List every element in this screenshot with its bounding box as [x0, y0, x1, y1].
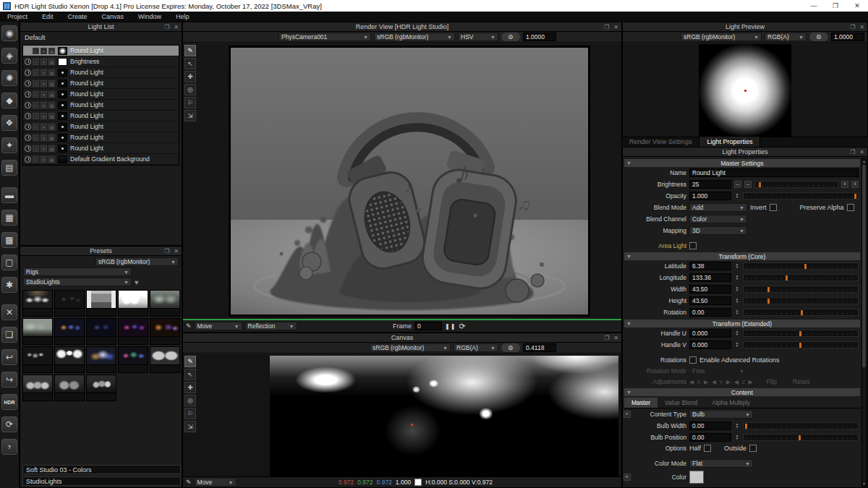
- bulb-width-field[interactable]: 0.00: [689, 421, 731, 430]
- preset-cell[interactable]: [150, 346, 181, 373]
- preset-thumb-5[interactable]: [150, 290, 180, 309]
- color-picker-icon[interactable]: ❂: [501, 33, 520, 41]
- light-list-row[interactable]: ▪➤▦Round Light: [23, 100, 179, 111]
- select-button[interactable]: ➤: [41, 48, 47, 54]
- select-button[interactable]: ➤: [41, 113, 47, 119]
- bulb-width-slider[interactable]: [743, 422, 859, 429]
- preset-cell[interactable]: [118, 318, 149, 345]
- preview-channel-dropdown[interactable]: RGB(A)▼: [765, 33, 807, 41]
- preset-cell[interactable]: [22, 346, 54, 373]
- brightness-increase-button[interactable]: +: [841, 181, 848, 188]
- spinner-icon[interactable]: ▲▼: [734, 193, 740, 199]
- preset-thumb-14[interactable]: [118, 346, 148, 365]
- power-toggle-icon[interactable]: [25, 48, 31, 54]
- color-swatch[interactable]: [689, 471, 704, 484]
- menu-edit[interactable]: Edit: [35, 13, 61, 20]
- close-panel-icon[interactable]: ✕: [859, 149, 864, 155]
- width-field[interactable]: 43.50: [689, 285, 731, 294]
- lock-button[interactable]: ▦: [48, 48, 55, 54]
- power-toggle-icon[interactable]: [25, 145, 31, 152]
- invert-checkbox[interactable]: [770, 204, 777, 211]
- selected-light-marker[interactable]: [411, 424, 413, 426]
- refresh-icon[interactable]: ⟳: [459, 322, 465, 331]
- name-field[interactable]: Round Light: [689, 168, 859, 177]
- region-tool[interactable]: ⚐: [184, 408, 196, 419]
- hdr-button[interactable]: HDR: [1, 394, 17, 410]
- opacity-slider[interactable]: [743, 192, 859, 200]
- solo-button[interactable]: ▪: [33, 156, 39, 163]
- outside-checkbox[interactable]: [749, 445, 757, 452]
- preset-cell[interactable]: [118, 290, 149, 317]
- light-list-row[interactable]: ▪➤▦Round Light: [23, 89, 179, 100]
- render-channel-dropdown[interactable]: HSV▼: [458, 33, 498, 41]
- lock-button[interactable]: ▦: [48, 156, 55, 163]
- handle-u-field[interactable]: 0.000: [689, 329, 731, 338]
- pause-icon[interactable]: ❚❚: [445, 323, 456, 330]
- opacity-field[interactable]: 1.000: [689, 192, 731, 200]
- select-button[interactable]: ➤: [41, 156, 47, 163]
- color-expand-button[interactable]: +: [624, 474, 631, 481]
- image-tool[interactable]: ▦: [1, 210, 17, 226]
- transform-core-header[interactable]: ▼ Transform (Core): [624, 252, 860, 260]
- select-button[interactable]: ➤: [41, 59, 47, 65]
- preset-thumb-13[interactable]: [86, 346, 116, 365]
- float-panel-icon[interactable]: ❐: [604, 24, 609, 30]
- light-list-row[interactable]: ▪➤▦Round Light: [23, 132, 179, 143]
- select-button[interactable]: ➤: [41, 134, 47, 141]
- tab-render-view-settings[interactable]: Render View Settings: [622, 137, 699, 147]
- select-button[interactable]: ➤: [41, 145, 47, 152]
- preset-thumb-10[interactable]: [150, 318, 180, 337]
- favorite-heart-icon[interactable]: ♥: [135, 278, 139, 286]
- render-exposure-value[interactable]: 1.0000: [523, 33, 556, 41]
- select-button[interactable]: ➤: [41, 124, 47, 130]
- preset-cell[interactable]: [150, 318, 181, 345]
- solo-button[interactable]: ▪: [33, 80, 39, 87]
- lock-button[interactable]: ▦: [48, 80, 55, 87]
- solo-button[interactable]: ▪: [33, 48, 39, 54]
- select-button[interactable]: ➤: [41, 91, 47, 98]
- render-image[interactable]: ♪ ♫ ♪: [229, 46, 590, 317]
- maximize-button[interactable]: ❐: [825, 0, 846, 12]
- preset-thumb-9[interactable]: [118, 318, 148, 337]
- close-panel-icon[interactable]: ✕: [859, 24, 864, 30]
- lock-button[interactable]: ▦: [48, 145, 55, 152]
- content-header[interactable]: ▼ Content: [624, 388, 860, 396]
- power-toggle-icon[interactable]: [25, 59, 31, 65]
- menu-help[interactable]: Help: [169, 13, 197, 20]
- power-toggle-icon[interactable]: [25, 102, 31, 108]
- area-light-checkbox[interactable]: [689, 242, 697, 249]
- brightness-increase-large-button[interactable]: +: [851, 181, 859, 188]
- blend-mode-dropdown[interactable]: Add▼: [689, 203, 747, 212]
- soft-light-tool[interactable]: ✺: [1, 70, 17, 86]
- brightness-slider[interactable]: [754, 181, 838, 188]
- presets-category-dropdown[interactable]: StudioLights▼: [23, 278, 132, 286]
- latitude-slider[interactable]: [743, 262, 859, 270]
- latitude-field[interactable]: 6.38: [689, 262, 731, 270]
- redo-button[interactable]: ↪: [1, 372, 17, 388]
- float-panel-icon[interactable]: ❐: [850, 149, 855, 155]
- pan-tool[interactable]: ✚: [184, 71, 196, 82]
- lock-button[interactable]: ▦: [48, 102, 55, 108]
- menu-window[interactable]: Window: [131, 13, 169, 20]
- duplicate-button[interactable]: ❏: [1, 327, 17, 343]
- content-tab-master[interactable]: Master: [624, 398, 658, 408]
- square-light-tool[interactable]: ◈: [1, 48, 17, 64]
- float-panel-icon[interactable]: ❐: [164, 248, 169, 254]
- height-field[interactable]: 43.50: [689, 296, 731, 305]
- lock-button[interactable]: ▦: [48, 69, 55, 76]
- longitude-slider[interactable]: [743, 274, 859, 281]
- frame-value[interactable]: 0: [414, 322, 442, 330]
- preset-thumb-16[interactable]: [22, 374, 53, 393]
- bulb-position-field[interactable]: 0.00: [689, 433, 731, 442]
- solo-button[interactable]: ▪: [33, 145, 39, 152]
- content-type-expand-button[interactable]: +: [624, 411, 631, 418]
- hdr-refresh-button[interactable]: ⟳: [1, 416, 17, 432]
- brightness-decrease-button[interactable]: ‒: [744, 181, 752, 188]
- light-paper-tool[interactable]: ▢: [1, 254, 17, 270]
- width-slider[interactable]: [743, 286, 859, 293]
- spinner-icon[interactable]: ▲▼: [734, 423, 740, 429]
- solo-button[interactable]: ▪: [33, 134, 39, 141]
- spinner-icon[interactable]: ▲▼: [734, 286, 740, 292]
- color-picker-icon[interactable]: ❂: [809, 33, 828, 41]
- flat-light-tool[interactable]: ◆: [1, 93, 17, 108]
